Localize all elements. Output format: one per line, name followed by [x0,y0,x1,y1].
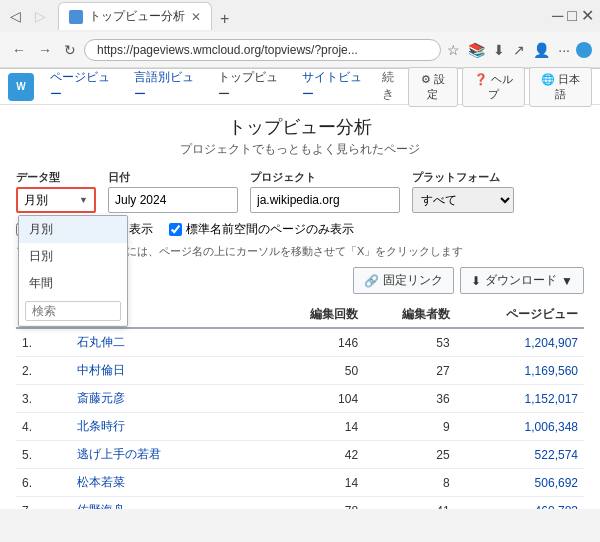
cell-page[interactable]: 斎藤元彦 [71,385,273,413]
dropdown-item-monthly[interactable]: 月別 [19,216,127,243]
cell-edits: 50 [273,357,365,385]
cell-page[interactable]: 中村倫日 [71,357,273,385]
namespace-label: 標準名前空間のページのみ表示 [186,221,354,238]
cell-editors: 9 [364,413,456,441]
permalink-btn[interactable]: 🔗 固定リンク [353,267,454,294]
cell-page[interactable]: 佐野海舟 [71,497,273,510]
table-row: 2. 中村倫日 50 27 1,169,560 [16,357,584,385]
col-editors: 編集者数 [364,302,456,328]
permalink-label: 固定リンク [383,272,443,289]
window-back-btn[interactable]: ◁ [6,6,25,26]
namespace-checkbox[interactable] [169,223,182,236]
project-input[interactable] [250,187,400,213]
site-nav-links: ページビュー 言語別ビュー トップビュー サイトビュー 続き [42,63,408,111]
download-btn[interactable]: ⬇ ダウンロード ▼ [460,267,584,294]
dropdown-item-daily[interactable]: 日別 [19,243,127,270]
cell-page[interactable]: 北条時行 [71,413,273,441]
data-table: 順位 ページ 編集回数 編集者数 ページビュー 1. 石丸伸二 146 53 1… [16,302,584,509]
window-forward-btn[interactable]: ▷ [31,6,50,26]
cell-edits: 14 [273,469,365,497]
cell-editors: 8 [364,469,456,497]
col-pageviews: ページビュー [456,302,584,328]
profile-btn[interactable]: 👤 [531,40,552,60]
nav-more[interactable]: 続き [378,63,408,111]
chevron-down-icon: ▼ [561,274,573,288]
edge-icon [576,42,592,58]
nav-langview[interactable]: 言語別ビュー [126,63,208,111]
table-row: 3. 斎藤元彦 104 36 1,152,017 [16,385,584,413]
cell-editors: 36 [364,385,456,413]
cell-rank: 4. [16,413,71,441]
dropdown-search-input[interactable] [25,301,121,321]
platform-select[interactable]: すべて デスクトップ モバイル [412,187,514,213]
dropdown-item-yearly[interactable]: 年間 [19,270,127,297]
cell-editors: 41 [364,497,456,510]
platform-label: プラットフォーム [412,170,514,185]
data-type-select[interactable]: 月別 ▼ 月別 日別 年間 [16,187,96,213]
cell-rank: 1. [16,328,71,357]
more-btn[interactable]: ··· [556,40,572,60]
help-btn[interactable]: ❓ ヘルプ [462,67,525,107]
nav-refresh-btn[interactable]: ↻ [60,40,80,60]
cell-rank: 2. [16,357,71,385]
namespace-option[interactable]: 標準名前空間のページのみ表示 [169,221,354,238]
cell-pageviews: 1,006,348 [456,413,584,441]
page-title: トップビュー分析 [16,115,584,139]
date-input[interactable] [108,187,238,213]
settings-btn[interactable]: ⚙ 設定 [408,67,458,107]
cell-rank: 6. [16,469,71,497]
cell-pageviews: 460,783 [456,497,584,510]
table-row: 6. 松本若菜 14 8 506,692 [16,469,584,497]
tab-label: トップビュー分析 [89,8,185,25]
nav-pageview[interactable]: ページビュー [42,63,124,111]
project-filter: プロジェクト [250,170,400,213]
platform-filter: プラットフォーム すべて デスクトップ モバイル [412,170,514,213]
link-icon: 🔗 [364,274,379,288]
cell-edits: 78 [273,497,365,510]
cell-rank: 5. [16,441,71,469]
browser-tab[interactable]: トップビュー分析 ✕ [58,2,212,30]
cell-rank: 7. [16,497,71,510]
col-edits: 編集回数 [273,302,365,328]
data-type-label: データ型 [16,170,96,185]
lang-btn[interactable]: 🌐 日本語 [529,67,592,107]
maximize-btn[interactable]: □ [567,8,577,24]
nav-back-btn[interactable]: ← [8,40,30,60]
data-type-filter: データ型 月別 ▼ 月別 日別 年間 [16,170,96,213]
close-btn[interactable]: ✕ [581,8,594,24]
site-logo: W [8,73,34,101]
cell-page[interactable]: 松本若菜 [71,469,273,497]
download-btn[interactable]: ⬇ [491,40,507,60]
dropdown-search-area [19,297,127,326]
cell-page[interactable]: 逃げ上手の若君 [71,441,273,469]
address-bar-input[interactable] [84,39,441,61]
download-label: ダウンロード [485,272,557,289]
new-tab-btn[interactable]: + [212,8,237,30]
share-btn[interactable]: ↗ [511,40,527,60]
cell-edits: 14 [273,413,365,441]
data-type-value: 月別 [24,192,48,209]
table-row: 1. 石丸伸二 146 53 1,204,907 [16,328,584,357]
nav-siteview[interactable]: サイトビュー [294,63,376,111]
nav-topview[interactable]: トップビュー [210,63,292,111]
cell-pageviews: 1,204,907 [456,328,584,357]
download-icon: ⬇ [471,274,481,288]
cell-pageviews: 522,574 [456,441,584,469]
tab-close-btn[interactable]: ✕ [191,10,201,24]
table-row: 7. 佐野海舟 78 41 460,783 [16,497,584,510]
cell-pageviews: 506,692 [456,469,584,497]
cell-page[interactable]: 石丸伸二 [71,328,273,357]
collection-btn[interactable]: 📚 [466,40,487,60]
date-filter: 日付 [108,170,238,213]
star-btn[interactable]: ☆ [445,40,462,60]
cell-pageviews: 1,152,017 [456,385,584,413]
main-content: トップビュー分析 プロジェクトでもっともよく見られたページ データ型 月別 ▼ … [0,105,600,509]
table-row: 5. 逃げ上手の若君 42 25 522,574 [16,441,584,469]
minimize-btn[interactable]: ─ [552,8,563,24]
cell-edits: 42 [273,441,365,469]
nav-forward-btn[interactable]: → [34,40,56,60]
date-label: 日付 [108,170,238,185]
cell-edits: 104 [273,385,365,413]
tab-favicon [69,10,83,24]
project-label: プロジェクト [250,170,400,185]
